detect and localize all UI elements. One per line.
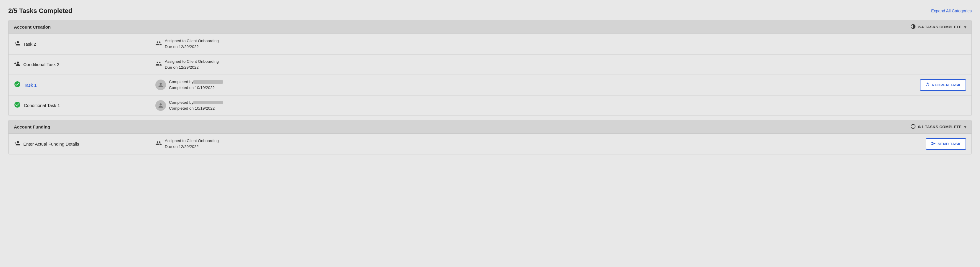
redacted-name [193, 80, 223, 84]
redacted-name [193, 101, 223, 104]
category-header-account-creation[interactable]: Account Creation 2/4 TASKS COMPLETE▾ [8, 20, 972, 34]
group-icon [155, 40, 162, 48]
status-text-account-funding: 0/1 TASKS COMPLETE [918, 125, 962, 129]
category-title-account-funding: Account Funding [14, 124, 50, 129]
assignment-text-conditional-task2: Assigned to Client OnboardingDue on 12/2… [165, 59, 219, 71]
assignment-text-task2: Assigned to Client OnboardingDue on 12/2… [165, 38, 219, 50]
check-circle-icon [14, 101, 21, 110]
expand-all-link[interactable]: Expand All Categories [931, 8, 972, 13]
category-status-account-creation: 2/4 TASKS COMPLETE▾ [910, 24, 966, 30]
assignment-text-conditional-task1: Completed byCompleted on 10/19/2022 [169, 100, 223, 112]
reopen-icon [925, 82, 930, 88]
task-row-conditional-task2: Conditional Task 2 Assigned to Client On… [8, 54, 972, 75]
user-plus-icon [14, 140, 20, 148]
task-name-enter-funding: Enter Actual Funding Details [23, 141, 79, 146]
task-name-conditional-task1: Conditional Task 1 [24, 103, 60, 108]
user-plus-icon [14, 40, 20, 48]
button-label: SEND TASK [937, 142, 961, 146]
task-row-task2: Task 2 Assigned to Client OnboardingDue … [8, 34, 972, 54]
reopen-task-button[interactable]: REOPEN TASK [920, 79, 966, 91]
page-header: 2/5 Tasks Completed Expand All Categorie… [8, 7, 972, 15]
task-row-enter-funding: Enter Actual Funding Details Assigned to… [8, 134, 972, 154]
avatar [155, 79, 166, 90]
chevron-down-icon-account-funding: ▾ [964, 125, 966, 129]
assignment-text-task1: Completed byCompleted on 10/19/2022 [169, 79, 223, 91]
svg-point-1 [911, 124, 915, 129]
status-text-account-creation: 2/4 TASKS COMPLETE [918, 25, 962, 29]
task-name-col-conditional-task1: Conditional Task 1 [14, 101, 155, 110]
task-name-col-task2: Task 2 [14, 40, 155, 48]
half-circle-icon [910, 24, 916, 30]
task-assignment-col-conditional-task1: Completed byCompleted on 10/19/2022 [155, 100, 907, 112]
task-name-conditional-task2: Conditional Task 2 [23, 62, 59, 67]
task-row-conditional-task1: Conditional Task 1 Completed byCompleted… [8, 95, 972, 116]
group-icon [155, 140, 162, 148]
user-plus-icon [14, 60, 20, 68]
task-assignment-col-task2: Assigned to Client OnboardingDue on 12/2… [155, 38, 907, 50]
task-assignment-col-conditional-task2: Assigned to Client OnboardingDue on 12/2… [155, 59, 907, 71]
task-name-col-task1: Task 1 [14, 81, 155, 89]
task-name-task1[interactable]: Task 1 [24, 83, 37, 87]
task-name-col-enter-funding: Enter Actual Funding Details [14, 140, 155, 148]
check-circle-icon [14, 81, 21, 89]
avatar [155, 100, 166, 111]
send-icon [931, 141, 936, 147]
page-title: 2/5 Tasks Completed [8, 7, 72, 15]
task-name-col-conditional-task2: Conditional Task 2 [14, 60, 155, 68]
categories-container: Account Creation 2/4 TASKS COMPLETE▾ Tas… [8, 20, 972, 154]
assignment-text-enter-funding: Assigned to Client OnboardingDue on 12/2… [165, 138, 219, 150]
category-section-account-funding: Account Funding 0/1 TASKS COMPLETE▾ Ente… [8, 120, 972, 154]
group-icon [155, 60, 162, 68]
task-action-col-task1: REOPEN TASK [907, 79, 966, 91]
button-label: REOPEN TASK [932, 83, 961, 87]
chevron-down-icon-account-creation: ▾ [964, 25, 966, 29]
category-status-account-funding: 0/1 TASKS COMPLETE▾ [910, 124, 966, 130]
category-section-account-creation: Account Creation 2/4 TASKS COMPLETE▾ Tas… [8, 20, 972, 116]
task-row-task1: Task 1 Completed byCompleted on 10/19/20… [8, 75, 972, 95]
task-assignment-col-enter-funding: Assigned to Client OnboardingDue on 12/2… [155, 138, 907, 150]
task-name-task2: Task 2 [23, 41, 36, 46]
empty-circle-icon [910, 124, 916, 130]
category-title-account-creation: Account Creation [14, 24, 51, 29]
task-assignment-col-task1: Completed byCompleted on 10/19/2022 [155, 79, 907, 91]
page-container: 2/5 Tasks Completed Expand All Categorie… [0, 0, 980, 267]
category-header-account-funding[interactable]: Account Funding 0/1 TASKS COMPLETE▾ [8, 120, 972, 134]
task-action-col-enter-funding: SEND TASK [907, 138, 966, 150]
send-task-button[interactable]: SEND TASK [926, 138, 966, 150]
